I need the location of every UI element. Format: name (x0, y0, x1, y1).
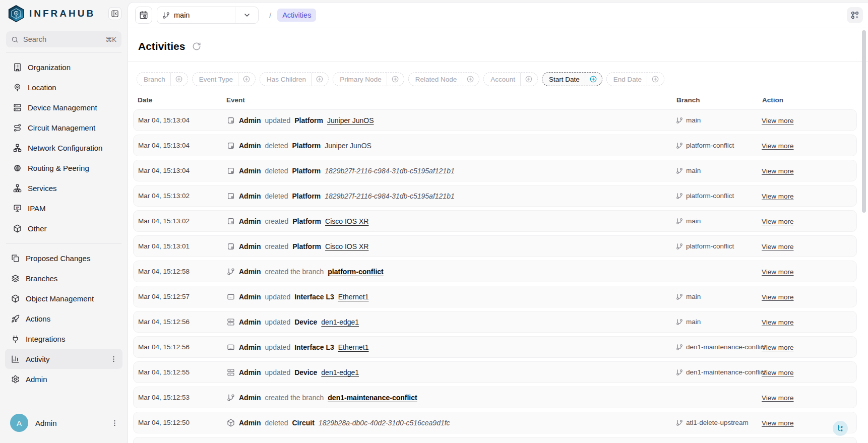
git-branch-icon (676, 293, 683, 300)
sidebar-item-device-management[interactable]: Device Management (5, 97, 122, 117)
add-filter-button[interactable] (171, 75, 188, 83)
activity-object-value[interactable]: den1-maintenance-conflict (328, 394, 417, 402)
view-more-link[interactable]: View more (762, 193, 794, 200)
filter-chip-label: Branch (137, 76, 170, 83)
activity-actor: Admin (239, 368, 261, 376)
wheel-icon (13, 164, 22, 172)
sidebar-item-object-management[interactable]: Object Management (5, 288, 122, 308)
activity-event: Admin updated Interface L3 Ethernet1 (227, 293, 676, 301)
git-branch-icon (227, 268, 235, 276)
sidebar-item-label: IPAM (28, 204, 46, 213)
building-icon (13, 63, 22, 72)
activity-actor: Admin (239, 343, 261, 351)
item-menu-kebab-icon[interactable] (110, 355, 117, 363)
sidebar-item-actions[interactable]: Actions (5, 308, 122, 329)
view-more-link[interactable]: View more (762, 344, 794, 351)
activity-actor: Admin (239, 293, 261, 301)
view-more-link[interactable]: View more (762, 243, 794, 250)
activity-object-value[interactable]: Ethernet1 (338, 343, 369, 351)
sidebar-item-circuit-management[interactable]: Circuit Management (5, 117, 122, 138)
filter-chip-event-type[interactable]: Event Type (192, 72, 256, 86)
add-filter-button[interactable] (238, 75, 255, 83)
git-branch-icon (676, 117, 683, 124)
activity-date: Mar 04, 15:12:55 (138, 368, 227, 376)
activity-object-value[interactable]: Juniper JunOS (327, 116, 374, 124)
sidebar-item-network-configuration[interactable]: Network Configuration (5, 138, 122, 158)
sidebar-nav-tools: Proposed Changes Branches Object Managem… (0, 244, 128, 389)
activity-verb: updated (265, 293, 291, 301)
time-travel-button[interactable] (135, 7, 152, 24)
activity-object-value[interactable]: Cisco IOS XR (325, 242, 368, 250)
view-more-link[interactable]: View more (762, 394, 794, 402)
filter-chip-account[interactable]: Account (483, 72, 538, 86)
refresh-button[interactable] (192, 42, 201, 51)
activity-actor: Admin (239, 116, 261, 124)
search-input[interactable]: Search ⌘K (6, 31, 121, 47)
activity-row: Mar 04, 15:13:01 Admin created Platform … (133, 235, 857, 257)
sidebar-item-organization[interactable]: Organization (5, 57, 122, 77)
filter-chip-branch[interactable]: Branch (137, 72, 188, 86)
sidebar-item-location[interactable]: Location (5, 77, 122, 97)
schema-visualizer-button[interactable] (847, 7, 863, 23)
sidebar-item-label: Location (28, 83, 56, 92)
sidebar-item-activity[interactable]: Activity (5, 349, 122, 369)
git-branch-icon (676, 167, 683, 174)
filter-chip-start-date[interactable]: Start Date (542, 72, 602, 86)
sidebar-item-admin[interactable]: Admin (5, 369, 122, 389)
activity-object-value[interactable]: den1-edge1 (321, 318, 359, 326)
view-more-link[interactable]: View more (762, 369, 794, 376)
activity-object-value[interactable]: Cisco IOS XR (325, 217, 368, 225)
sidebar-item-routing-peering[interactable]: Routing & Peering (5, 158, 122, 178)
filter-chip-end-date[interactable]: End Date (606, 72, 664, 86)
add-filter-button[interactable] (521, 75, 537, 83)
sidebar-item-proposed-changes[interactable]: Proposed Changes (5, 248, 122, 268)
activity-branch: main (676, 217, 762, 225)
add-filter-button[interactable] (312, 75, 328, 83)
page-title: Activities (138, 40, 185, 52)
svg-text:IP: IP (16, 206, 19, 209)
activity-action: View more (762, 318, 850, 327)
breadcrumb-current[interactable]: Activities (277, 9, 316, 22)
activity-branch-name: den1-maintenance-conflict (686, 368, 766, 376)
node-icon (227, 142, 235, 150)
view-more-link[interactable]: View more (762, 117, 794, 124)
add-filter-button[interactable] (647, 75, 664, 83)
view-more-link[interactable]: View more (762, 319, 794, 326)
user-menu-kebab-icon[interactable] (111, 419, 118, 427)
add-filter-button[interactable] (387, 75, 404, 83)
view-more-link[interactable]: View more (762, 419, 794, 427)
filter-chip-has-children[interactable]: Has Children (260, 72, 329, 86)
box-icon (11, 294, 20, 303)
activity-object-type: Device (294, 368, 317, 376)
plus-circle-icon (316, 75, 324, 83)
tree-view-toggle-button[interactable] (833, 421, 848, 436)
sidebar-collapse-button[interactable] (108, 7, 121, 20)
view-more-link[interactable]: View more (762, 167, 794, 175)
view-more-link[interactable]: View more (762, 142, 794, 150)
add-filter-button[interactable] (585, 75, 602, 83)
interface-icon (227, 293, 235, 301)
view-more-link[interactable]: View more (762, 218, 794, 225)
filter-chip-primary-node[interactable]: Primary Node (333, 72, 404, 86)
sidebar-item-ipam[interactable]: IP IPAM (5, 198, 122, 218)
activity-object-value[interactable]: platform-conflict (328, 268, 383, 276)
sidebar-item-label: Branches (26, 274, 57, 283)
sidebar-item-services[interactable]: Services (5, 178, 122, 198)
view-more-link[interactable]: View more (762, 268, 794, 276)
activity-event: Admin updated Device den1-edge1 (227, 368, 676, 376)
activity-event: Admin created Platform Cisco IOS XR (227, 242, 676, 250)
add-filter-button[interactable] (462, 75, 479, 83)
activity-action: View more (762, 192, 850, 201)
sidebar-item-other[interactable]: Other (5, 218, 122, 238)
scrollbar-thumb[interactable] (862, 30, 866, 213)
filter-chip-related-node[interactable]: Related Node (408, 72, 480, 86)
branch-selector-caret[interactable] (235, 7, 258, 23)
sidebar-item-integrations[interactable]: Integrations (5, 329, 122, 349)
view-more-link[interactable]: View more (762, 293, 794, 301)
activity-object-value[interactable]: Ethernet1 (338, 293, 369, 301)
activity-object-value: 1829b27f-2116-c984-31db-c5195af121b1 (325, 192, 454, 200)
avatar[interactable]: A (10, 414, 28, 432)
branch-selector[interactable]: main (157, 7, 259, 24)
activity-object-value[interactable]: den1-edge1 (321, 368, 359, 376)
sidebar-item-branches[interactable]: Branches (5, 268, 122, 288)
